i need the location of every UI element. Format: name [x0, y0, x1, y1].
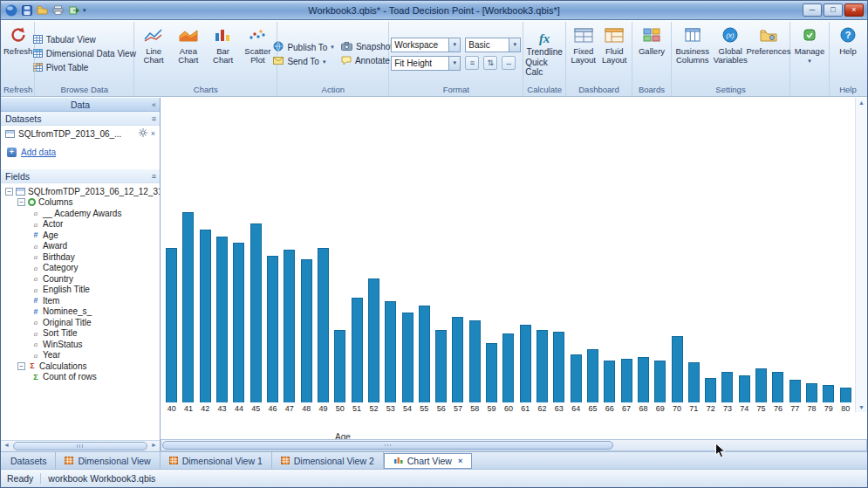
chart-bar[interactable]	[284, 250, 295, 402]
field-item[interactable]: #Age	[1, 230, 160, 241]
chart-bar[interactable]	[604, 361, 615, 402]
chart-bar[interactable]	[840, 388, 851, 402]
chart-horizontal-scrollbar[interactable]	[161, 439, 867, 451]
workspace-dropdown[interactable]: Workspace ▾	[391, 38, 461, 52]
chart-bar[interactable]	[334, 330, 345, 402]
chart-bar[interactable]	[587, 349, 598, 402]
chart-bar[interactable]	[200, 230, 211, 402]
datasets-menu-icon[interactable]: ≡	[152, 114, 156, 123]
chart-bar[interactable]	[638, 357, 649, 402]
refresh-button[interactable]: Refresh	[3, 23, 32, 85]
chart-bar[interactable]	[654, 361, 666, 402]
sidebar-horizontal-scrollbar[interactable]: ◄ ►	[1, 440, 160, 451]
chart-bar[interactable]	[318, 248, 329, 402]
fluid-layout-button[interactable]: Fluid Layout	[599, 23, 631, 85]
label-orientation-icon[interactable]: ⇅	[483, 56, 497, 70]
tabular-view-button[interactable]: Tabular View	[33, 35, 136, 45]
chart-bar[interactable]	[368, 278, 379, 402]
chart-bar[interactable]	[182, 212, 194, 402]
chart-bar[interactable]	[553, 332, 564, 402]
expander-icon[interactable]: −	[5, 188, 13, 196]
field-item[interactable]: aSort Title	[1, 328, 160, 340]
chart-bar[interactable]	[452, 317, 463, 402]
chart-bar[interactable]	[233, 243, 244, 402]
chart-bar[interactable]	[772, 372, 783, 402]
maximize-button[interactable]: □	[824, 3, 843, 17]
scatter-plot-button[interactable]: Scatter Plot	[241, 23, 276, 85]
style-dropdown[interactable]: Basic ▾	[465, 38, 521, 52]
scrollbar-thumb[interactable]	[162, 441, 613, 450]
chart-bar[interactable]	[301, 259, 312, 402]
export-icon[interactable]	[67, 3, 80, 17]
chart-bar[interactable]	[435, 330, 447, 402]
chart-bar[interactable]	[267, 256, 278, 402]
add-data-row[interactable]: + Add data	[1, 145, 160, 159]
field-item[interactable]: aAward	[1, 241, 160, 252]
chart-bar[interactable]	[385, 301, 396, 402]
scroll-down-icon[interactable]: ▼	[856, 404, 867, 410]
chart-bar[interactable]	[250, 223, 262, 402]
fit-dropdown[interactable]: Fit Height ▾	[391, 56, 461, 71]
chart-bar[interactable]	[571, 354, 582, 402]
axis-labels-icon[interactable]: ≡	[465, 56, 479, 70]
scroll-right-icon[interactable]: ►	[151, 442, 157, 448]
chart-bar[interactable]	[419, 306, 430, 402]
gallery-button[interactable]: Gallery	[634, 23, 669, 85]
chart-bar[interactable]	[705, 378, 716, 402]
field-item[interactable]: aCountry	[1, 273, 160, 285]
tree-columns-item[interactable]: − Columns	[1, 197, 160, 209]
annotate-button[interactable]: Annotate	[341, 56, 393, 66]
calculation-item[interactable]: Σ Count of rows	[1, 372, 160, 383]
tab-datasets[interactable]: Datasets	[2, 452, 56, 469]
save-icon[interactable]	[20, 3, 33, 17]
chart-bar[interactable]	[402, 313, 413, 402]
field-item[interactable]: a__ Academy Awards	[1, 208, 160, 219]
fit-caret-icon[interactable]: ▾	[448, 57, 460, 70]
field-item[interactable]: #Nominee_s_	[1, 306, 160, 318]
chart-bar[interactable]	[502, 333, 514, 402]
close-tab-icon[interactable]: ×	[458, 457, 462, 465]
chart-bar[interactable]	[621, 359, 632, 402]
field-item[interactable]: #Item	[1, 295, 160, 306]
fixed-layout-button[interactable]: Fixed Layout	[568, 23, 599, 85]
help-button[interactable]: ? Help	[831, 23, 865, 85]
pivot-table-button[interactable]: Pivot Table	[33, 63, 136, 73]
chart-bar[interactable]	[672, 336, 683, 402]
chart-bar[interactable]	[755, 368, 767, 402]
collapse-panel-icon[interactable]: «	[152, 100, 156, 109]
chart-bar[interactable]	[216, 237, 228, 402]
style-caret-icon[interactable]: ▾	[509, 38, 520, 52]
scroll-up-icon[interactable]: ▲	[856, 100, 867, 106]
chart-bar[interactable]	[688, 362, 700, 402]
minimize-button[interactable]: ─	[803, 3, 822, 17]
field-item[interactable]: aOriginal Title	[1, 317, 160, 328]
scroll-left-icon[interactable]: ◄	[3, 442, 10, 448]
global-variables-button[interactable]: (x) Global Variables	[712, 23, 750, 85]
field-item[interactable]: aCategory	[1, 263, 160, 274]
chart-bar[interactable]	[520, 325, 531, 402]
chart-bar[interactable]	[469, 320, 481, 402]
chart-bar[interactable]	[486, 343, 497, 402]
trendline-button[interactable]: Trendline	[526, 47, 562, 57]
tab-dimensional-view-2[interactable]: Dimensional View 2	[272, 452, 384, 469]
manage-button[interactable]: Manage ▾	[792, 23, 827, 85]
field-item[interactable]: aActor	[1, 219, 160, 230]
fields-menu-icon[interactable]: ≡	[152, 172, 156, 181]
chart-bar[interactable]	[739, 375, 750, 402]
line-chart-button[interactable]: Line Chart	[136, 23, 171, 85]
chart-bar[interactable]	[166, 248, 177, 402]
send-to-button[interactable]: Send To ▾	[273, 57, 333, 66]
business-columns-button[interactable]: Business Columns	[673, 23, 712, 85]
close-button[interactable]: ×	[844, 3, 864, 17]
dataset-remove-icon[interactable]: ×	[151, 129, 155, 138]
label-rotation-icon[interactable]: ↔	[502, 56, 516, 70]
area-chart-button[interactable]: Area Chart	[171, 23, 206, 85]
chart-vertical-scrollbar[interactable]: ▲ ▼	[855, 98, 867, 412]
tree-root-item[interactable]: − SQLfromTDP_2013_06_12_12_31_3	[1, 186, 160, 197]
quick-calc-button[interactable]: Quick Calc	[525, 58, 564, 77]
expander-icon[interactable]: −	[17, 362, 25, 370]
tab-dimensional-view-1[interactable]: Dimensional View 1	[161, 452, 272, 469]
chart-bar[interactable]	[806, 383, 817, 402]
scrollbar-thumb[interactable]	[13, 442, 147, 450]
add-data-link[interactable]: Add data	[21, 148, 56, 157]
